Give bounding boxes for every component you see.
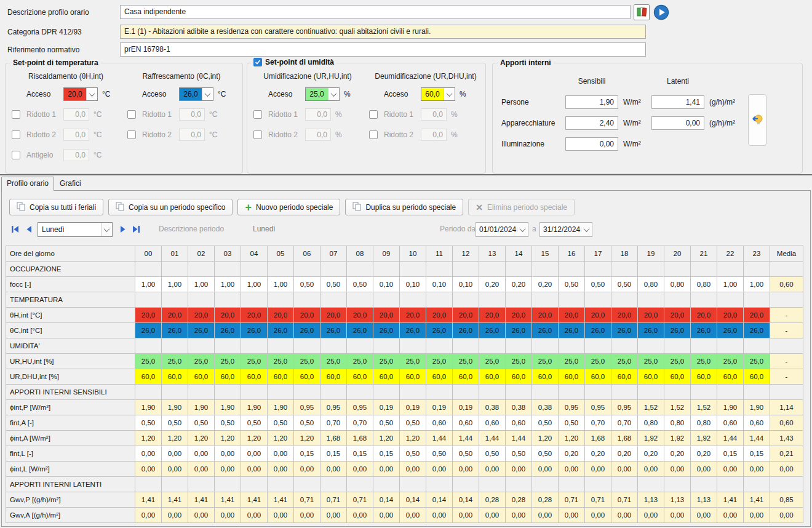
hour-value-cell[interactable]: 26,0 bbox=[268, 323, 294, 338]
hour-value-cell[interactable]: 60,0 bbox=[691, 369, 717, 385]
hour-value-cell[interactable]: 20,0 bbox=[559, 308, 585, 323]
hour-value-cell[interactable]: 0,00 bbox=[426, 462, 453, 477]
hour-value-cell[interactable]: 0,60 bbox=[744, 415, 770, 431]
hour-value-cell[interactable]: 0,00 bbox=[320, 508, 347, 523]
hour-value-cell[interactable]: 1,41 bbox=[188, 492, 215, 508]
hour-value-cell[interactable]: 60,0 bbox=[559, 369, 585, 385]
hour-value-cell[interactable]: 26,0 bbox=[347, 323, 373, 338]
hour-value-cell[interactable]: 0,50 bbox=[453, 446, 479, 462]
suggest-values-button[interactable] bbox=[748, 94, 766, 146]
hour-value-cell[interactable]: 1,00 bbox=[717, 277, 744, 292]
hour-value-cell[interactable]: 0,00 bbox=[691, 508, 717, 523]
hour-value-cell[interactable]: 0,00 bbox=[691, 462, 717, 477]
date-to-picker[interactable]: 31/12/2024 bbox=[539, 222, 592, 237]
hour-value-cell[interactable]: 20,0 bbox=[611, 308, 638, 323]
hour-value-cell[interactable]: 1,44 bbox=[506, 431, 532, 446]
hour-value-cell[interactable]: 0,95 bbox=[320, 400, 347, 415]
hour-value-cell[interactable]: 0,50 bbox=[559, 415, 585, 431]
hour-value-cell[interactable]: 0,14 bbox=[400, 492, 426, 508]
hour-value-cell[interactable]: 20,0 bbox=[691, 308, 717, 323]
hour-value-cell[interactable]: 0,00 bbox=[373, 508, 400, 523]
hour-value-cell[interactable]: 0,28 bbox=[532, 492, 559, 508]
cooling-ridotto2-checkbox[interactable] bbox=[127, 130, 136, 139]
hour-value-cell[interactable]: 0,14 bbox=[373, 492, 400, 508]
hour-value-cell[interactable]: 0,00 bbox=[638, 508, 664, 523]
hour-value-cell[interactable]: 1,20 bbox=[400, 431, 426, 446]
hour-value-cell[interactable]: 25,0 bbox=[400, 354, 426, 369]
previous-period-button[interactable] bbox=[23, 222, 35, 237]
dehumidification-ridotto1-field[interactable]: 0,0 bbox=[421, 108, 447, 121]
hour-value-cell[interactable]: 0,50 bbox=[294, 277, 320, 292]
hour-value-cell[interactable]: 26,0 bbox=[585, 323, 611, 338]
hour-value-cell[interactable]: 26,0 bbox=[241, 323, 268, 338]
hour-value-cell[interactable]: 0,00 bbox=[506, 462, 532, 477]
copy-specific-period-button[interactable]: Copia su un periodo specifico bbox=[108, 199, 233, 215]
hour-value-cell[interactable]: 25,0 bbox=[320, 354, 347, 369]
hour-value-cell[interactable]: 1,13 bbox=[638, 492, 664, 508]
hour-value-cell[interactable]: 0,00 bbox=[188, 462, 215, 477]
hour-value-cell[interactable]: 25,0 bbox=[426, 354, 453, 369]
hour-value-cell[interactable]: 0,00 bbox=[559, 462, 585, 477]
hour-value-cell[interactable]: 1,68 bbox=[320, 431, 347, 446]
humidification-ridotto1-checkbox[interactable] bbox=[253, 110, 262, 119]
first-period-button[interactable] bbox=[9, 222, 22, 237]
hour-value-cell[interactable]: 0,00 bbox=[241, 446, 268, 462]
hour-value-cell[interactable]: 26,0 bbox=[559, 323, 585, 338]
hour-value-cell[interactable]: 0,00 bbox=[559, 508, 585, 523]
humidification-setpoint-combo[interactable]: 25,0 bbox=[305, 87, 340, 101]
hour-value-cell[interactable]: 20,0 bbox=[744, 308, 770, 323]
hour-value-cell[interactable]: 25,0 bbox=[347, 354, 373, 369]
hour-value-cell[interactable]: 1,44 bbox=[453, 431, 479, 446]
hour-value-cell[interactable]: 25,0 bbox=[188, 354, 215, 369]
hour-value-cell[interactable]: 20,0 bbox=[135, 308, 162, 323]
hour-value-cell[interactable]: 20,0 bbox=[479, 308, 506, 323]
hour-value-cell[interactable]: 0,00 bbox=[453, 462, 479, 477]
hour-value-cell[interactable]: 26,0 bbox=[400, 323, 426, 338]
hour-value-cell[interactable]: 0,60 bbox=[453, 415, 479, 431]
hour-value-cell[interactable]: 0,80 bbox=[691, 277, 717, 292]
hour-value-cell[interactable]: 1,00 bbox=[215, 277, 241, 292]
hour-value-cell[interactable]: 0,00 bbox=[241, 508, 268, 523]
persone-latent-field[interactable]: 1,41 bbox=[651, 95, 704, 109]
hour-value-cell[interactable]: 0,70 bbox=[585, 415, 611, 431]
hour-value-cell[interactable]: 20,0 bbox=[532, 308, 559, 323]
hour-value-cell[interactable]: 0,15 bbox=[320, 446, 347, 462]
hour-value-cell[interactable]: 20,0 bbox=[585, 308, 611, 323]
hour-value-cell[interactable]: 1,90 bbox=[188, 400, 215, 415]
hour-value-cell[interactable]: 0,60 bbox=[506, 415, 532, 431]
hour-value-cell[interactable]: 0,20 bbox=[559, 446, 585, 462]
hour-value-cell[interactable]: 0,80 bbox=[691, 415, 717, 431]
hour-value-cell[interactable]: 20,0 bbox=[373, 308, 400, 323]
hour-value-cell[interactable]: 1,90 bbox=[215, 400, 241, 415]
hour-value-cell[interactable]: 0,70 bbox=[611, 415, 638, 431]
cooling-setpoint-combo[interactable]: 26,0 bbox=[179, 87, 213, 101]
hour-value-cell[interactable]: 1,44 bbox=[717, 431, 744, 446]
hour-value-cell[interactable]: 1,20 bbox=[241, 431, 268, 446]
chevron-down-icon[interactable] bbox=[444, 88, 455, 100]
hour-value-cell[interactable]: 20,0 bbox=[241, 308, 268, 323]
hour-value-cell[interactable]: 26,0 bbox=[426, 323, 453, 338]
humidification-ridotto1-field[interactable]: 0,0 bbox=[305, 108, 331, 121]
chevron-down-icon[interactable] bbox=[202, 88, 213, 100]
hour-value-cell[interactable]: 0,00 bbox=[135, 508, 162, 523]
hour-value-cell[interactable]: 0,00 bbox=[347, 462, 373, 477]
hour-value-cell[interactable]: 0,50 bbox=[400, 446, 426, 462]
hour-value-cell[interactable]: 25,0 bbox=[559, 354, 585, 369]
profile-description-input[interactable]: Casa indipendente bbox=[120, 5, 631, 19]
hour-value-cell[interactable]: 26,0 bbox=[479, 323, 506, 338]
hour-value-cell[interactable]: 0,20 bbox=[506, 277, 532, 292]
dehumidification-ridotto1-checkbox[interactable] bbox=[369, 110, 378, 119]
hour-value-cell[interactable]: 0,14 bbox=[453, 492, 479, 508]
hour-value-cell[interactable]: 0,00 bbox=[347, 508, 373, 523]
chevron-down-icon[interactable] bbox=[328, 88, 339, 100]
hour-value-cell[interactable]: 25,0 bbox=[638, 354, 664, 369]
hour-value-cell[interactable]: 25,0 bbox=[532, 354, 559, 369]
hour-value-cell[interactable]: 0,50 bbox=[559, 277, 585, 292]
hour-value-cell[interactable]: 0,50 bbox=[215, 415, 241, 431]
hour-value-cell[interactable]: 1,00 bbox=[241, 277, 268, 292]
hour-value-cell[interactable]: 60,0 bbox=[532, 369, 559, 385]
hour-value-cell[interactable]: 0,00 bbox=[320, 462, 347, 477]
hour-value-cell[interactable]: 1,52 bbox=[638, 400, 664, 415]
hour-value-cell[interactable]: 0,15 bbox=[373, 446, 400, 462]
hour-value-cell[interactable]: 0,50 bbox=[400, 415, 426, 431]
